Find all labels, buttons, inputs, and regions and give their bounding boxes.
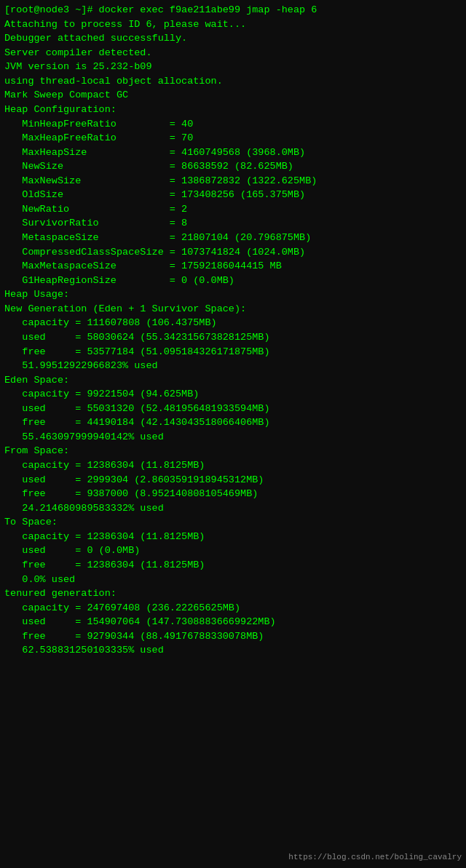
terminal-line: NewRatio = 2: [4, 202, 462, 217]
terminal-line: SurvivorRatio = 8: [4, 216, 462, 231]
terminal-line: New Generation (Eden + 1 Survivor Space)…: [4, 302, 462, 316]
terminal-line: 0.0% used: [4, 573, 462, 587]
terminal-line: Heap Configuration:: [4, 103, 462, 117]
terminal-line: Debugger attached successfully.: [4, 31, 462, 46]
terminal-line: [root@node3 ~]# docker exec f9ae211abe99…: [4, 3, 462, 17]
terminal-line: Heap Usage:: [4, 287, 462, 302]
terminal-line: capacity = 12386304 (11.8125MB): [4, 458, 462, 473]
terminal-line: 24.214680989583332% used: [4, 501, 462, 516]
terminal-line: tenured generation:: [4, 586, 462, 601]
terminal-line: used = 55031320 (52.481956481933594MB): [4, 402, 462, 416]
terminal-line: MaxHeapSize = 4160749568 (3968.0MB): [4, 146, 462, 160]
terminal-line: using thread-local object allocation.: [4, 74, 462, 89]
terminal-line: 51.99512922966823% used: [4, 359, 462, 373]
terminal-line: Mark Sweep Compact GC: [4, 88, 462, 103]
terminal-line: free = 12386304 (11.8125MB): [4, 558, 462, 573]
terminal-line: capacity = 111607808 (106.4375MB): [4, 316, 462, 330]
terminal-line: free = 53577184 (51.095184326171875MB): [4, 345, 462, 359]
terminal-line: used = 58030624 (55.342315673828125MB): [4, 330, 462, 345]
terminal-line: used = 0 (0.0MB): [4, 544, 462, 558]
terminal-line: MinHeapFreeRatio = 40: [4, 117, 462, 132]
terminal-line: From Space:: [4, 444, 462, 458]
terminal-line: free = 9387000 (8.952140808105469MB): [4, 487, 462, 501]
terminal-line: CompressedClassSpaceSize = 1073741824 (1…: [4, 245, 462, 260]
terminal-line: used = 154907064 (147.73088836669922MB): [4, 615, 462, 629]
terminal-line: capacity = 99221504 (94.625MB): [4, 387, 462, 402]
terminal-line: OldSize = 173408256 (165.375MB): [4, 188, 462, 202]
terminal-line: free = 44190184 (42.143043518066406MB): [4, 415, 462, 430]
terminal-line: free = 92790344 (88.49176788330078MB): [4, 629, 462, 644]
terminal-line: 55.463097999940142% used: [4, 430, 462, 445]
terminal-line: MaxNewSize = 1386872832 (1322.625MB): [4, 174, 462, 188]
terminal-line: capacity = 247697408 (236.22265625MB): [4, 601, 462, 616]
terminal-line: Server compiler detected.: [4, 46, 462, 60]
terminal-line: MaxHeapFreeRatio = 70: [4, 131, 462, 146]
watermark: https://blog.csdn.net/boling_cavalry: [288, 852, 462, 864]
terminal-line: Eden Space:: [4, 373, 462, 388]
terminal-line: used = 2999304 (2.8603591918945312MB): [4, 473, 462, 487]
terminal-line: MetaspaceSize = 21807104 (20.796875MB): [4, 231, 462, 245]
terminal-line: MaxMetaspaceSize = 17592186044415 MB: [4, 259, 462, 274]
terminal-window: [root@node3 ~]# docker exec f9ae211abe99…: [0, 0, 466, 868]
terminal-line: capacity = 12386304 (11.8125MB): [4, 530, 462, 544]
terminal-line: NewSize = 86638592 (82.625MB): [4, 159, 462, 174]
terminal-line: 62.538831250103335% used: [4, 643, 462, 658]
terminal-line: G1HeapRegionSize = 0 (0.0MB): [4, 274, 462, 288]
terminal-line: JVM version is 25.232-b09: [4, 60, 462, 74]
terminal-line: Attaching to process ID 6, please wait..…: [4, 17, 462, 32]
terminal-output: [root@node3 ~]# docker exec f9ae211abe99…: [4, 3, 462, 658]
terminal-line: To Space:: [4, 515, 462, 530]
